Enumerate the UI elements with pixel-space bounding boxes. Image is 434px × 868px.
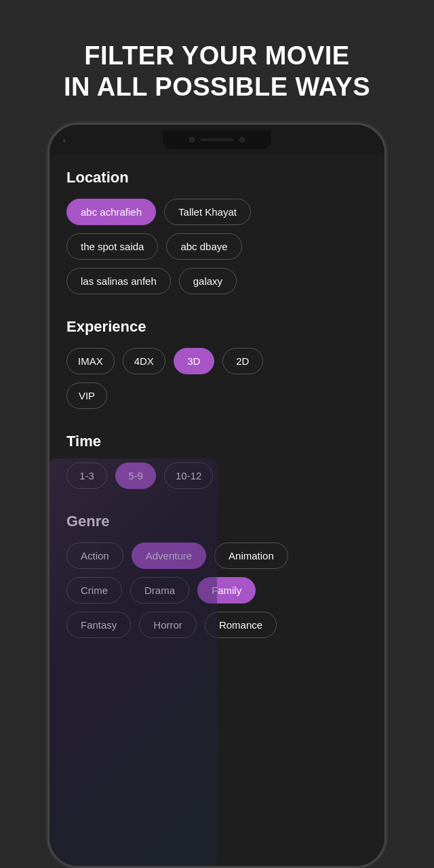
- location-chips-row-1: abc achrafieh Tallet Khayat: [66, 199, 368, 225]
- phone-top-bar: ◦: [50, 125, 384, 155]
- experience-section: Experience IMAX 4DX 3D 2D: [66, 318, 368, 409]
- experience-chips-row-1: IMAX 4DX 3D 2D: [66, 348, 368, 374]
- experience-title: Experience: [66, 318, 368, 336]
- chip-las-salinas[interactable]: las salinas anfeh: [66, 268, 171, 294]
- location-chips-row-2: the spot saida abc dbaye: [66, 233, 368, 260]
- phone-frame: ◦ Location abc achrafieh Tallet Khayat: [47, 123, 387, 868]
- chip-galaxy[interactable]: galaxy: [179, 268, 237, 294]
- time-title: Time: [66, 433, 368, 450]
- header-title: FILTER YOUR MOVIE IN ALL POSSIBLE WAYS: [37, 41, 397, 102]
- chip-animation[interactable]: Animation: [214, 542, 288, 569]
- chip-vip[interactable]: VIP: [66, 382, 107, 409]
- speaker-bar: [200, 138, 234, 141]
- chip-2d[interactable]: 2D: [222, 348, 263, 374]
- chip-3d[interactable]: 3D: [174, 348, 214, 374]
- chip-abc-dbaye[interactable]: abc dbaye: [166, 233, 241, 260]
- location-section: Location abc achrafieh Tallet Khayat the…: [66, 169, 368, 294]
- bg-content: [50, 458, 217, 866]
- location-title: Location: [66, 169, 368, 186]
- camera-dot-2: [239, 137, 245, 142]
- location-chips-row-3: las salinas anfeh galaxy: [66, 268, 368, 294]
- phone-notch: [163, 130, 271, 149]
- chip-imax[interactable]: IMAX: [66, 348, 115, 374]
- chip-tallet-khayat[interactable]: Tallet Khayat: [164, 199, 251, 225]
- chip-spot-saida[interactable]: the spot saida: [66, 233, 158, 260]
- phone-container: ◦ Location abc achrafieh Tallet Khayat: [47, 123, 387, 868]
- wifi-icon: ◦: [63, 136, 66, 145]
- experience-chips-row-2: VIP: [66, 382, 368, 409]
- camera-dot: [189, 137, 195, 142]
- chip-abc-achrafieh[interactable]: abc achrafieh: [66, 199, 156, 225]
- chip-4dx[interactable]: 4DX: [123, 348, 165, 374]
